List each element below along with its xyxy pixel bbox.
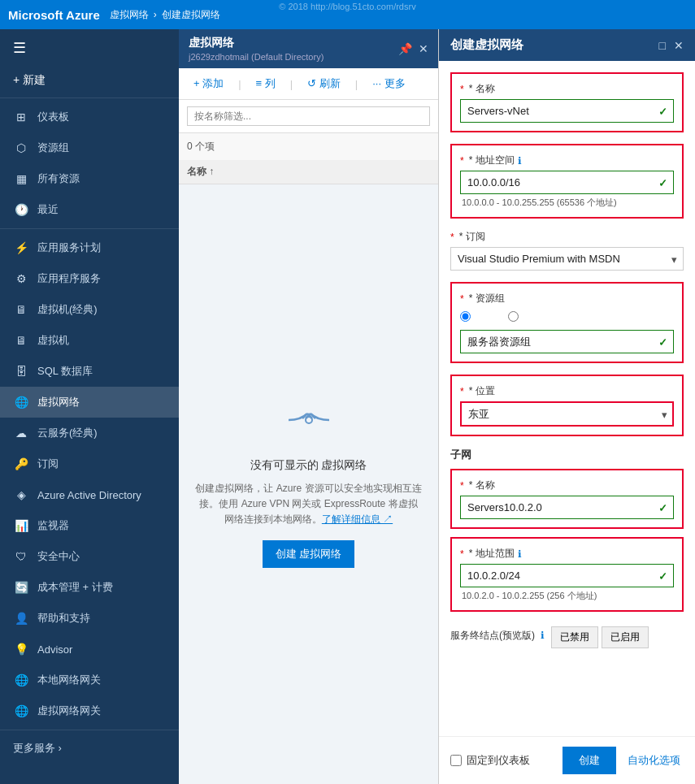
sidebar-item-all-resources[interactable]: ▦ 所有资源 bbox=[0, 163, 179, 194]
breadcrumb-item-2: 创建虚拟网络 bbox=[162, 8, 220, 22]
create-button[interactable]: 创建 bbox=[563, 747, 616, 774]
create-header-icons: □ ✕ bbox=[659, 39, 684, 52]
sidebar-label-aad: Azure Active Directory bbox=[37, 489, 141, 501]
subnet-range-hint: 10.0.2.0 - 10.0.2.255 (256 个地址) bbox=[460, 590, 674, 602]
search-input[interactable] bbox=[187, 106, 430, 126]
sidebar-item-app-service[interactable]: ⚙ 应用程序服务 bbox=[0, 263, 179, 294]
more-button[interactable]: ··· 更多 bbox=[366, 73, 411, 94]
rg-input-wrap: ✓ bbox=[460, 330, 674, 353]
breadcrumb-item-1[interactable]: 虚拟网络 bbox=[110, 8, 149, 22]
sidebar-label-resource-groups: 资源组 bbox=[37, 141, 69, 155]
new-button[interactable]: + 新建 bbox=[0, 67, 179, 94]
footer-actions: 创建 自动化选项 bbox=[563, 747, 684, 774]
sidebar-item-subscription[interactable]: 🔑 订阅 bbox=[0, 448, 179, 479]
enabled-toggle[interactable]: 已启用 bbox=[602, 626, 649, 648]
cost-icon: 🔄 bbox=[13, 579, 29, 596]
automation-button[interactable]: 自动化选项 bbox=[624, 747, 684, 774]
location-select[interactable]: 东亚 bbox=[460, 401, 674, 427]
hamburger-button[interactable]: ☰ bbox=[0, 29, 179, 67]
close-panel-icon[interactable]: ✕ bbox=[419, 42, 428, 55]
radio-existing[interactable]: 使用现有项 bbox=[508, 309, 575, 323]
empty-title: 没有可显示的 虚拟网络 bbox=[250, 458, 367, 473]
subnet-name-input[interactable] bbox=[460, 496, 674, 519]
panel-list-header: 虚拟网络 j2629zdhotmail (Default Directory) … bbox=[179, 29, 438, 68]
sidebar-item-app-service-plan[interactable]: ⚡ 应用服务计划 bbox=[0, 232, 179, 263]
sidebar-label-cloud-classic: 云服务(经典) bbox=[37, 426, 98, 440]
subscription-select-wrap: Visual Studio Premium with MSDN bbox=[450, 247, 684, 271]
subnet-range-info-icon: ℹ bbox=[518, 548, 522, 560]
sidebar-item-vnet[interactable]: 🌐 虚拟网络 bbox=[0, 387, 179, 418]
sidebar-label-sql-db: SQL 数据库 bbox=[37, 364, 93, 379]
sidebar-label-vm: 虚拟机 bbox=[37, 333, 69, 348]
sidebar-item-vnet-gateway[interactable]: 🌐 虚拟网络网关 bbox=[0, 695, 179, 726]
pin-icon[interactable]: 📌 bbox=[398, 42, 412, 55]
sidebar-item-sql-db[interactable]: 🗄 SQL 数据库 bbox=[0, 356, 179, 387]
name-input[interactable] bbox=[460, 99, 674, 123]
sidebar-label-monitor: 监视器 bbox=[37, 518, 69, 533]
location-label: * * 位置 bbox=[460, 384, 674, 398]
panel-list: 虚拟网络 j2629zdhotmail (Default Directory) … bbox=[179, 29, 439, 784]
resource-group-input[interactable] bbox=[460, 330, 674, 353]
sidebar-item-recent[interactable]: 🕐 最近 bbox=[0, 194, 179, 225]
sidebar-item-dashboard[interactable]: ⊞ 仪表板 bbox=[0, 102, 179, 132]
empty-state: 没有可显示的 虚拟网络 创建虚拟网络，让 Azure 资源可以安全地实现相互连接… bbox=[179, 184, 438, 784]
resource-group-section: * * 资源组 新建 使用现有项 bbox=[450, 282, 684, 363]
add-button[interactable]: + 添加 bbox=[187, 73, 230, 94]
app-service-plan-icon: ⚡ bbox=[13, 240, 29, 256]
subnet-title: 子网 bbox=[450, 448, 684, 462]
restore-icon[interactable]: □ bbox=[659, 39, 666, 52]
radio-new-input[interactable] bbox=[460, 311, 471, 322]
sidebar-item-aad[interactable]: ◈ Azure Active Directory bbox=[0, 479, 179, 510]
address-input[interactable] bbox=[460, 171, 674, 194]
rg-check-icon: ✓ bbox=[658, 336, 667, 348]
location-select-wrap: 东亚 bbox=[460, 401, 674, 427]
sidebar-item-help[interactable]: 👤 帮助和支持 bbox=[0, 603, 179, 634]
service-endpoint-info-icon: ℹ bbox=[541, 630, 545, 641]
pin-checkbox[interactable] bbox=[450, 755, 462, 766]
panel-create: 创建虚拟网络 □ ✕ * * 名称 ✓ bbox=[439, 29, 695, 784]
columns-button[interactable]: ≡ 列 bbox=[250, 73, 282, 94]
sidebar-item-advisor[interactable]: 💡 Advisor bbox=[0, 634, 179, 665]
sidebar-label-dashboard: 仪表板 bbox=[37, 110, 69, 124]
resource-groups-icon: ⬡ bbox=[13, 140, 29, 156]
radio-new[interactable]: 新建 bbox=[460, 309, 495, 323]
sidebar-label-subscription: 订阅 bbox=[37, 457, 59, 471]
vnet-gateway-icon: 🌐 bbox=[13, 703, 29, 719]
learn-more-link[interactable]: 了解详细信息 ↗ bbox=[322, 513, 393, 525]
subscription-select[interactable]: Visual Studio Premium with MSDN bbox=[450, 247, 684, 271]
pin-label: 固定到仪表板 bbox=[467, 753, 530, 768]
sidebar-label-app-service: 应用程序服务 bbox=[37, 271, 101, 286]
close-create-icon[interactable]: ✕ bbox=[674, 39, 684, 52]
subnet-range-input[interactable] bbox=[460, 564, 674, 587]
empty-icon bbox=[285, 401, 333, 445]
panel-list-title: 虚拟网络 bbox=[189, 36, 324, 50]
help-icon: 👤 bbox=[13, 610, 29, 626]
sidebar-label-help: 帮助和支持 bbox=[37, 611, 90, 626]
sidebar-item-vm[interactable]: 🖥 虚拟机 bbox=[0, 325, 179, 356]
more-services-link[interactable]: 更多服务 › bbox=[0, 734, 179, 763]
address-hint: 10.0.0.0 - 10.0.255.255 (65536 个地址) bbox=[460, 197, 674, 209]
sidebar-item-cost[interactable]: 🔄 成本管理 + 计费 bbox=[0, 572, 179, 603]
sidebar-label-cost: 成本管理 + 计费 bbox=[37, 580, 113, 595]
create-vnet-button[interactable]: 创建 虚拟网络 bbox=[263, 540, 355, 568]
disabled-toggle[interactable]: 已禁用 bbox=[551, 626, 598, 648]
cloud-icon: ☁ bbox=[13, 425, 29, 441]
sidebar-item-local-gateway[interactable]: 🌐 本地网络网关 bbox=[0, 665, 179, 695]
sidebar-label-vnet-gateway: 虚拟网络网关 bbox=[37, 704, 101, 718]
sidebar-item-resource-groups[interactable]: ⬡ 资源组 bbox=[0, 132, 179, 163]
sidebar-item-cloud-classic[interactable]: ☁ 云服务(经典) bbox=[0, 418, 179, 448]
refresh-button[interactable]: ↺ 刷新 bbox=[301, 73, 347, 94]
vm-classic-icon: 🖥 bbox=[13, 301, 29, 318]
dashboard-icon: ⊞ bbox=[13, 109, 29, 125]
item-count: 0 个项 bbox=[179, 133, 438, 160]
app-service-icon: ⚙ bbox=[13, 271, 29, 287]
clock-icon: 🕐 bbox=[13, 201, 29, 218]
panel-list-header-icons: 📌 ✕ bbox=[398, 42, 428, 55]
sidebar-item-vm-classic[interactable]: 🖥 虚拟机(经典) bbox=[0, 294, 179, 325]
sidebar-label-all-resources: 所有资源 bbox=[37, 171, 80, 186]
radio-new-label: 新建 bbox=[474, 309, 495, 323]
sidebar-item-security[interactable]: 🛡 安全中心 bbox=[0, 541, 179, 572]
sidebar-item-monitor[interactable]: 📊 监视器 bbox=[0, 510, 179, 541]
radio-existing-input[interactable] bbox=[508, 311, 519, 322]
service-endpoint-label: 服务终结点(预览版) ℹ bbox=[450, 629, 545, 643]
